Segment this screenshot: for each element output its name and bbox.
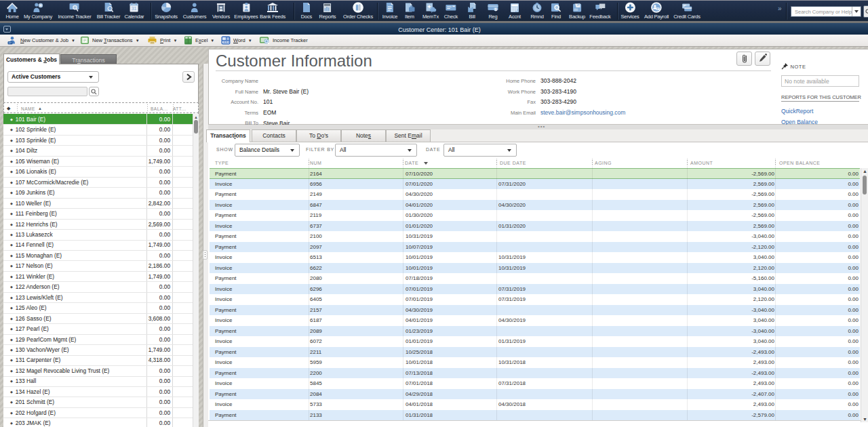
svg-text:31: 31 xyxy=(132,6,137,11)
